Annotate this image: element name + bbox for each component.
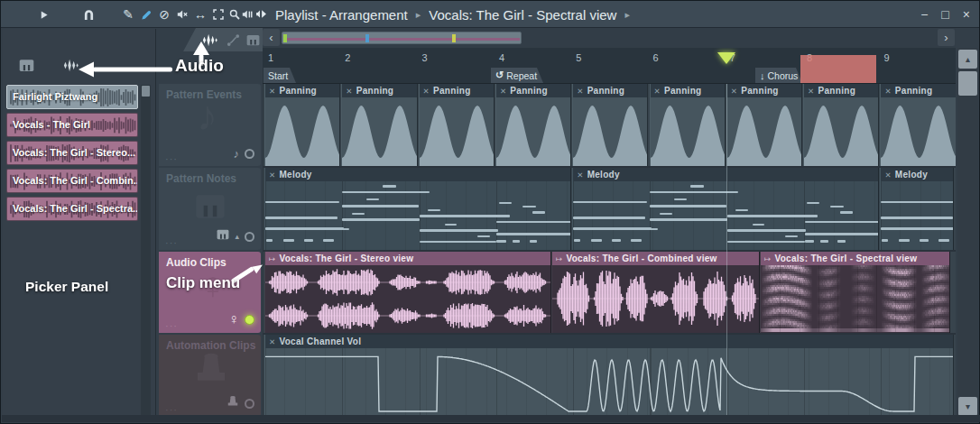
tab-automation-icon[interactable] [227,33,240,51]
picker-audio-icon[interactable] [62,57,79,78]
clip-header[interactable]: ✕Panning [342,84,416,97]
track-header-pattern-notes[interactable]: Pattern Notes ··· ▴ [159,168,261,250]
automation-clip-panning[interactable]: ✕Panning [880,84,956,166]
playback-stretch-icon[interactable]: ↔ [190,1,210,28]
picker-patterns-icon[interactable] [19,58,34,77]
clip-header[interactable]: ✕Melody [881,168,953,181]
mute-icon[interactable] [172,1,192,28]
tab-audio-icon[interactable] [201,32,218,52]
clip-header[interactable]: ✕Panning [573,84,647,97]
draw-pencil-icon[interactable]: ✎ [118,1,138,28]
picker-item[interactable]: Vocals: The Girl - Stereo... [6,141,138,165]
lane-pattern-notes[interactable]: ✕Melody✕Melody✕Melody [263,168,956,250]
pattern-note [650,205,726,207]
scroll-right-button[interactable]: › [938,29,955,46]
automation-clip-panning[interactable]: ✕Panning [572,84,648,166]
playlist-lanes[interactable]: ✕Panning✕Panning✕Panning✕Panning✕Panning… [263,84,956,418]
clip-label: Panning [818,86,856,96]
picker-item[interactable]: Vocals - The Girl [6,113,138,137]
vertical-scrollbar-thumb[interactable] [958,71,977,96]
play-icon[interactable] [33,1,53,28]
mute-led-icon[interactable] [245,232,254,242]
lane-automation-clips[interactable]: ✕Vocal Channel Vol [263,335,956,417]
pattern-note [920,239,929,242]
piano-icon[interactable] [217,228,229,244]
clip-header[interactable]: ✕Panning [496,84,570,97]
automation-clip-panning[interactable]: ✕Panning [264,84,340,166]
pattern-note [727,215,818,217]
scroll-left-button[interactable]: ‹ [263,29,280,46]
window-subtitle[interactable]: Vocals: The Girl - Spectral view [429,7,616,23]
picker-item[interactable]: Vocals: The Girl - Spectra... [6,197,138,221]
audio-clip[interactable]: ↦Vocals: The Girl - Spectral view [760,252,950,333]
playlist-overview-scrollbar[interactable] [282,32,522,44]
lane-pattern-events[interactable]: ✕Panning✕Panning✕Panning✕Panning✕Panning… [263,84,956,166]
audio-clip[interactable]: ↦Vocals: The Girl - Stereo view [264,252,551,333]
tab-patterns-icon[interactable] [246,33,260,51]
resize-dots[interactable]: ··· [165,320,178,331]
picker-scrollbar-thumb[interactable] [142,86,150,97]
audio-clip[interactable]: ↦Vocals: The Girl - Combined view [551,252,760,333]
clip-header[interactable]: ↦Vocals: The Girl - Stereo view [265,252,550,265]
paint-brush-icon[interactable] [136,1,156,28]
mute-led-icon[interactable] [245,149,254,159]
scroll-down-button[interactable]: ▾ [958,397,977,416]
playhead-marker[interactable] [717,52,735,64]
automation-clip-panning[interactable]: ✕Panning [650,84,726,166]
clip-header[interactable]: ✕Panning [420,84,494,97]
clip-menu-icon[interactable]: ↦ [269,254,275,263]
clip-header[interactable]: ✕Vocal Channel Vol [265,335,953,348]
scroll-up-button[interactable]: ▴ [958,50,977,69]
clip-header[interactable]: ✕Panning [727,84,801,97]
automation-clip-vocal-vol[interactable]: ✕Vocal Channel Vol [264,335,954,417]
clip-header[interactable]: ↦Vocals: The Girl - Spectral view [761,252,949,265]
snap-magnet-icon[interactable] [79,1,98,28]
mute-led-icon[interactable] [245,315,254,325]
clip-header[interactable]: ✕Panning [651,84,725,97]
clip-header[interactable]: ✕Panning [804,84,878,97]
pattern-note [352,213,365,216]
marker-repeat[interactable]: ↺ Repeat [491,68,543,83]
track-header-automation-clips[interactable]: Automation Clips ··· [159,335,261,417]
vertical-scrollbar[interactable]: ▴ ▾ [957,48,978,418]
pedestal-icon[interactable] [227,395,239,411]
resize-dots[interactable]: ··· [165,153,178,164]
automation-clip-panning[interactable]: ✕Panning [419,84,495,166]
picker-item[interactable]: Fairlight Piztwang [6,85,138,109]
clip-menu-icon[interactable]: ↦ [556,254,562,263]
minimize-button[interactable]: − [920,7,928,22]
clip-header[interactable]: ✕Panning [265,84,339,97]
window-title[interactable]: Playlist - Arrangement [275,7,408,23]
clip-menu-icon[interactable]: ↦ [764,254,771,263]
loop-selection[interactable] [800,55,876,84]
maximize-button[interactable]: □ [941,7,948,22]
track-header-audio-clips[interactable]: Audio Clips ♀ ··· ♀ Clip menu [159,252,261,333]
marker-start[interactable]: Start [263,68,296,83]
playback-speaker-icon[interactable] [237,1,257,28]
automation-clip-panning[interactable]: ✕Panning [495,84,571,166]
lane-audio-clips[interactable]: ↦Vocals: The Girl - Stereo view↦Vocals: … [263,252,956,333]
picker-item[interactable]: Vocals: The Girl - Combin... [6,169,138,193]
clip-label: Panning [741,86,779,96]
picker-scrollbar[interactable] [141,85,151,417]
note-icon[interactable]: ♪ [234,147,240,161]
timeline-ruler[interactable]: Start ↺ Repeat ↓ Chorus 123456789 [263,48,956,84]
pattern-note [631,239,642,242]
track-header-pattern-events[interactable]: Pattern Events ♪ ··· ♪ [159,84,261,166]
collapse-icon[interactable]: ▴ [235,232,239,241]
clip-header[interactable]: ↦Vocals: The Girl - Combined view [552,252,759,265]
pattern-clip-melody[interactable]: ✕Melody [880,168,954,250]
clip-header[interactable]: ✕Panning [881,84,955,97]
automation-clip-panning[interactable]: ✕Panning [726,84,802,166]
marker-chorus[interactable]: ↓ Chorus [755,68,802,83]
close-button[interactable]: × [963,7,970,22]
clip-header[interactable]: ✕Melody [265,168,570,181]
resize-dots[interactable]: ··· [165,404,178,415]
delete-icon[interactable]: ⊘ [154,1,174,28]
female-icon[interactable]: ♀ [228,311,239,327]
pattern-clip-melody[interactable]: ✕Melody [264,168,571,250]
automation-clip-panning[interactable]: ✕Panning [341,84,417,166]
mute-led-icon[interactable] [245,399,254,409]
automation-clip-panning[interactable]: ✕Panning [803,84,879,166]
resize-dots[interactable]: ··· [165,237,178,248]
